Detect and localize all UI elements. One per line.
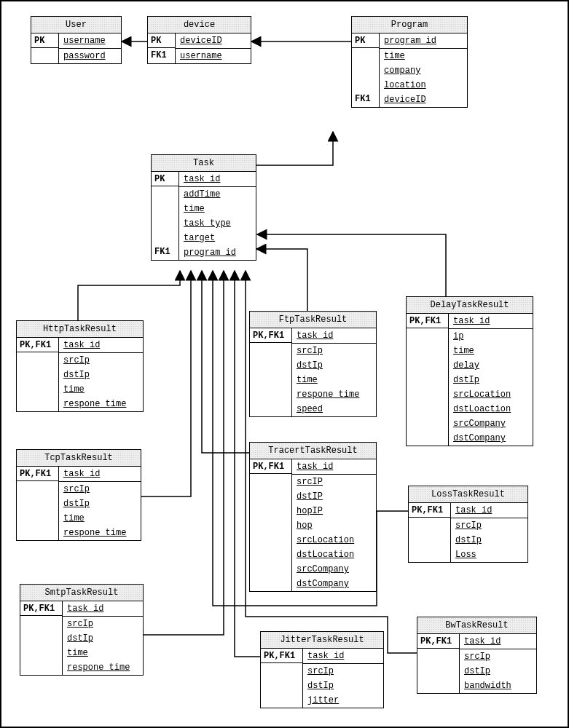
field: task_id [449,314,533,329]
entity-bw-task-result: BwTaskResult PK,FK1 task_id srcIp dstIp … [417,617,537,694]
key-label: PK,FK1 [17,338,58,352]
field: target [179,231,256,245]
key-label: PK,FK1 [409,503,450,518]
field: srcIp [59,482,141,496]
field: speed [292,402,376,416]
field: srcIp [292,344,376,358]
field: hop [292,518,376,533]
field: srcIp [451,518,527,533]
field: task_type [179,216,256,231]
field: dstIp [449,373,533,387]
field: task_id [292,459,376,475]
key-label: PK,FK1 [407,314,448,328]
field: srcCompany [292,562,376,577]
field: respone_time [59,526,141,540]
field: task_id [59,467,141,482]
field: program_id [380,33,467,49]
field: task_id [460,634,536,649]
entity-title: device [148,17,251,33]
entity-title: Program [352,17,467,33]
field: program_id [179,245,256,260]
field: dstIp [63,631,143,646]
field: srcLocation [292,533,376,547]
field: dstIp [292,358,376,373]
field: addTime [179,187,256,202]
field: dstIp [460,664,536,678]
field: task_id [292,328,376,344]
entity-loss-task-result: LossTaskResult PK,FK1 task_id srcIp dstI… [408,486,528,563]
entity-title: FtpTaskResult [250,312,376,328]
field: dstCompany [292,577,376,591]
field: time [449,344,533,358]
entity-http-task-result: HttpTaskResult PK,FK1 task_id srcIp dstI… [16,320,144,412]
key-label: PK,FK1 [17,467,58,481]
field: respone_time [63,660,143,675]
key-label: PK,FK1 [261,649,302,663]
field: delay [449,358,533,373]
field: dstCompany [449,431,533,446]
field: time [380,49,467,63]
er-diagram-canvas: User PK username password device PK FK1 … [0,0,569,728]
field: dstIp [451,533,527,547]
field: time [292,373,376,387]
field: srcCompany [449,416,533,431]
key-label: PK [31,33,58,48]
key-label: PK [148,33,175,48]
entity-delay-task-result: DelayTaskResult PK,FK1 task_id ip time d… [406,296,533,446]
field: srcLocation [449,387,533,402]
field: srcIp [63,617,143,631]
field: location [380,78,467,92]
field: bandwidth [460,678,536,693]
entity-title: User [31,17,121,33]
key-label: PK,FK1 [20,601,62,616]
field: hopIP [292,504,376,518]
field: time [59,382,143,397]
entity-title: BwTaskResult [417,617,536,634]
key-label: PK [152,172,178,186]
entity-title: SmtpTaskResult [20,585,143,601]
key-label: PK [352,33,379,48]
field: password [59,49,121,63]
entity-user: User PK username password [31,16,122,64]
entity-tracert-task-result: TracertTaskResult PK,FK1 task_id srcIP d… [249,442,377,592]
field: srcIP [292,475,376,489]
field: dstLoaction [449,402,533,416]
entity-tcp-task-result: TcpTaskResult PK,FK1 task_id srcIp dstIp… [16,449,141,541]
field: srcIp [303,664,383,678]
entity-smtp-task-result: SmtpTaskResult PK,FK1 task_id srcIp dstI… [20,584,144,676]
entity-jitter-task-result: JitterTaskResult PK,FK1 task_id srcIp ds… [260,631,384,708]
field: dstIP [292,489,376,504]
field: jitter [303,693,383,708]
field: time [59,511,141,526]
field: ip [449,329,533,344]
field: respone_time [292,387,376,402]
field: task_id [451,503,527,518]
entity-program: Program PK FK1 program_id time company l… [351,16,468,108]
field: dstLocation [292,547,376,562]
entity-title: JitterTaskResult [261,632,383,649]
field: time [63,646,143,660]
entity-title: LossTaskResult [409,486,527,503]
field: task_id [63,601,143,617]
field: task_id [59,338,143,353]
field: dstIp [59,368,143,382]
field: username [176,49,251,63]
entity-title: Task [152,155,256,172]
field: srcIp [59,353,143,368]
entity-title: TcpTaskResult [17,450,141,467]
field: respone_time [59,397,143,411]
entity-title: DelayTaskResult [407,297,533,314]
field: dstIp [303,678,383,693]
entity-task: Task PK FK1 task_id addTime time task_ty… [151,154,256,261]
field: deviceID [176,33,251,49]
field: dstIp [59,496,141,511]
entity-title: HttpTaskResult [17,321,143,338]
field: company [380,63,467,78]
key-label: FK1 [152,245,178,259]
key-label: FK1 [352,92,379,106]
key-label: PK,FK1 [250,459,291,474]
field: srcIp [460,649,536,664]
field: username [59,33,121,49]
field: time [179,202,256,216]
key-label: PK,FK1 [250,328,291,343]
